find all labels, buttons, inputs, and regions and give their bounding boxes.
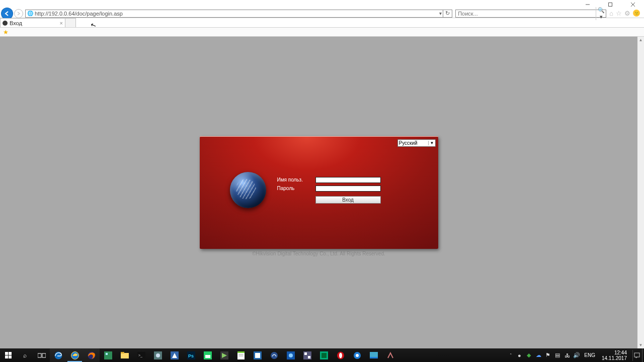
username-label: Имя польз. bbox=[277, 177, 310, 183]
taskbar-app-generic-1[interactable] bbox=[100, 348, 116, 362]
new-tab-button[interactable] bbox=[65, 18, 76, 27]
svg-text:Ps: Ps bbox=[188, 353, 194, 358]
taskbar-app-generic-3[interactable] bbox=[166, 348, 183, 362]
taskbar-app-terminal[interactable]: >_ bbox=[133, 348, 149, 362]
product-logo-orb bbox=[230, 172, 266, 208]
password-label: Пароль bbox=[277, 186, 310, 191]
svg-rect-36 bbox=[304, 352, 307, 355]
taskbar-app-generic-8[interactable] bbox=[282, 348, 299, 362]
window-close-button[interactable] bbox=[621, 0, 644, 9]
tray-icon-1[interactable]: ● bbox=[515, 351, 523, 359]
taskbar-app-edge[interactable] bbox=[50, 348, 66, 362]
tray-icon-4[interactable]: ⚑ bbox=[544, 351, 552, 359]
forward-button bbox=[14, 9, 23, 18]
svg-rect-4 bbox=[38, 353, 41, 357]
tray-language[interactable]: ENG bbox=[582, 352, 597, 358]
tab-title: Вход bbox=[10, 20, 22, 26]
taskbar-app-generic-4[interactable] bbox=[199, 348, 216, 362]
svg-rect-12 bbox=[121, 353, 129, 358]
svg-rect-13 bbox=[121, 352, 124, 353]
address-bar[interactable]: 🌐 http://192.0.0.64/doc/page/login.asp ▾ bbox=[25, 10, 443, 18]
svg-text:>_: >_ bbox=[138, 353, 142, 357]
taskbar-app-generic-2[interactable] bbox=[149, 348, 166, 362]
password-input[interactable] bbox=[315, 186, 381, 192]
favorites-icon[interactable]: ☆ bbox=[616, 10, 622, 17]
home-icon[interactable]: ⌂ bbox=[609, 10, 613, 17]
favorites-bar-star-icon[interactable]: ★ bbox=[3, 29, 9, 36]
svg-rect-45 bbox=[370, 357, 378, 358]
tray-network-icon[interactable]: 🖧 bbox=[563, 351, 571, 359]
svg-rect-31 bbox=[255, 353, 260, 358]
taskbar-app-notepad-plus[interactable] bbox=[232, 348, 249, 362]
back-button[interactable] bbox=[1, 8, 13, 20]
svg-rect-47 bbox=[634, 353, 639, 357]
svg-point-17 bbox=[156, 353, 160, 357]
vertical-scrollbar[interactable]: ▲ ▼ bbox=[637, 37, 644, 348]
tray-clock[interactable]: 12:44 14.11.2017 bbox=[599, 350, 630, 361]
taskbar-app-generic-13[interactable] bbox=[382, 348, 398, 362]
feedback-smiley-icon[interactable]: 🙂 bbox=[633, 10, 640, 17]
language-select-value: Русский bbox=[399, 140, 418, 146]
taskbar-app-firefox[interactable] bbox=[83, 348, 100, 362]
svg-rect-23 bbox=[205, 355, 210, 358]
site-identity-icon: 🌐 bbox=[27, 10, 34, 17]
compatibility-dropdown-icon[interactable]: ▾ bbox=[437, 11, 443, 16]
svg-point-43 bbox=[356, 354, 359, 357]
taskbar-app-generic-6[interactable] bbox=[249, 348, 266, 362]
tray-icon-5[interactable]: ▤ bbox=[553, 351, 561, 359]
taskbar-app-generic-9[interactable] bbox=[299, 348, 315, 362]
show-desktop-button[interactable] bbox=[642, 348, 644, 362]
svg-rect-39 bbox=[321, 353, 327, 358]
svg-rect-1 bbox=[608, 3, 612, 7]
svg-rect-5 bbox=[42, 353, 46, 357]
copyright-text: ©Hikvision Digital Technology Co., Ltd. … bbox=[200, 251, 438, 256]
taskbar-app-generic-12[interactable] bbox=[365, 348, 382, 362]
start-button[interactable] bbox=[0, 348, 17, 362]
svg-point-32 bbox=[271, 352, 278, 359]
refresh-button[interactable]: ↻ bbox=[443, 10, 452, 18]
taskbar-app-file-explorer[interactable] bbox=[116, 348, 133, 362]
tools-gear-icon[interactable]: ⚙ bbox=[624, 10, 630, 17]
taskbar-app-generic-7[interactable] bbox=[266, 348, 282, 362]
page-viewport: Русский ▼ Имя польз. Пароль bbox=[0, 37, 637, 348]
tray-overflow-icon[interactable]: ˄ bbox=[508, 353, 514, 358]
svg-rect-10 bbox=[104, 351, 112, 359]
search-icon[interactable]: 🔍▾ bbox=[596, 7, 606, 20]
search-bar[interactable]: 🔍▾ bbox=[455, 10, 606, 18]
tray-icon-2[interactable]: ◆ bbox=[525, 351, 533, 359]
tray-notifications-icon[interactable] bbox=[632, 350, 640, 361]
taskbar-search-icon[interactable]: ⌕ bbox=[17, 348, 33, 362]
browser-tab[interactable]: Вход × bbox=[0, 18, 65, 27]
svg-point-41 bbox=[339, 352, 342, 358]
login-panel: Русский ▼ Имя польз. Пароль bbox=[200, 136, 438, 249]
taskbar-app-generic-5[interactable] bbox=[216, 348, 232, 362]
chevron-down-icon: ▼ bbox=[428, 141, 434, 145]
url-text: http://192.0.0.64/doc/page/login.asp bbox=[35, 10, 437, 17]
taskbar-app-generic-10[interactable] bbox=[315, 348, 332, 362]
svg-rect-44 bbox=[370, 352, 378, 357]
tab-close-icon[interactable]: × bbox=[60, 20, 63, 26]
svg-rect-37 bbox=[308, 356, 310, 358]
scroll-down-icon[interactable]: ▼ bbox=[637, 342, 644, 348]
scroll-up-icon[interactable]: ▲ bbox=[637, 37, 644, 43]
svg-rect-11 bbox=[106, 353, 108, 355]
taskbar-app-ie[interactable] bbox=[66, 348, 83, 362]
svg-point-34 bbox=[289, 353, 293, 357]
language-select[interactable]: Русский ▼ bbox=[397, 139, 436, 147]
tray-volume-icon[interactable]: 🔊 bbox=[573, 351, 581, 359]
username-input[interactable] bbox=[315, 177, 381, 183]
svg-rect-27 bbox=[237, 351, 245, 353]
taskbar-app-photoshop[interactable]: Ps bbox=[183, 348, 199, 362]
search-input[interactable] bbox=[456, 11, 596, 17]
tab-favicon bbox=[3, 21, 8, 26]
task-view-icon[interactable] bbox=[33, 348, 50, 362]
taskbar-app-generic-11[interactable] bbox=[349, 348, 365, 362]
taskbar-app-opera[interactable] bbox=[332, 348, 349, 362]
tray-icon-3[interactable]: ☁ bbox=[534, 351, 542, 359]
login-button[interactable]: Вход bbox=[315, 196, 381, 204]
